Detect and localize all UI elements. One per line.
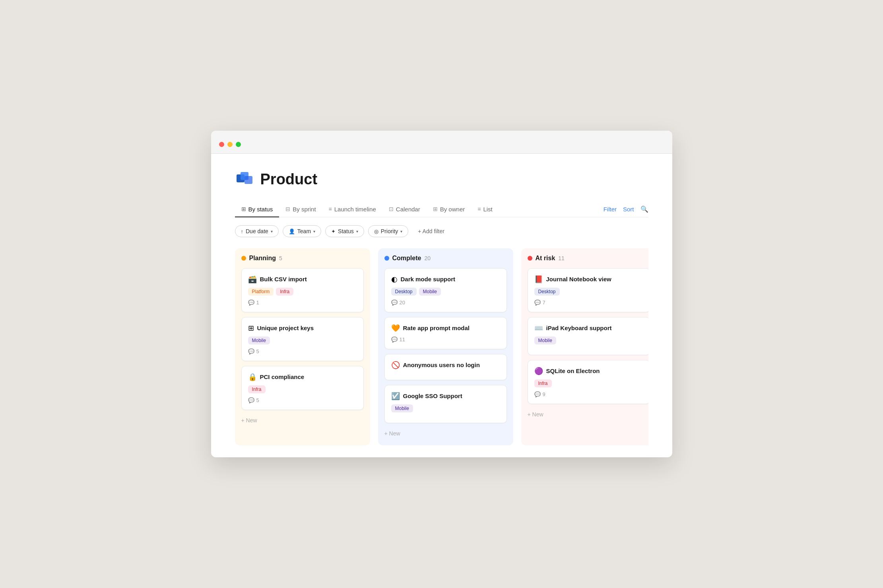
due-date-icon: ↑ [241, 228, 244, 234]
team-icon: 👤 [289, 228, 295, 234]
tab-by-status-label: By status [248, 206, 273, 213]
bulk-csv-icon: 🗃️ [248, 275, 257, 284]
card-pci-compliance-title: PCI compliance [260, 373, 305, 381]
tab-by-status[interactable]: ⊞ By status [235, 202, 279, 217]
card-anonymous-users-header: 🚫 Anonymous users no login [391, 361, 500, 369]
card-google-sso-title: Google SSO Support [403, 392, 462, 400]
tab-calendar[interactable]: ⊡ Calendar [382, 202, 427, 217]
tag-mobile-4[interactable]: Mobile [534, 337, 556, 344]
card-anonymous-users-title: Anonymous users no login [403, 361, 480, 369]
tab-list-label: List [483, 206, 492, 213]
filter-due-date[interactable]: ↑ Due date ▾ [235, 225, 279, 237]
status-chevron-icon: ▾ [356, 229, 358, 234]
tag-desktop[interactable]: Desktop [391, 288, 417, 296]
tab-actions: Filter Sort 🔍 [604, 201, 648, 217]
card-ipad-keyboard-tags: Mobile [534, 337, 643, 344]
tab-by-sprint[interactable]: ⊟ By sprint [279, 202, 322, 217]
planning-new-button[interactable]: + New [241, 415, 364, 426]
card-journal-notebook-tags: Desktop [534, 288, 643, 296]
column-complete: Complete 20 ◐ Dark mode support Desktop … [378, 248, 513, 445]
tag-platform[interactable]: Platform [248, 288, 274, 296]
filter-button[interactable]: Filter [604, 206, 617, 213]
column-planning: Planning 5 🗃️ Bulk CSV import Platform I… [235, 248, 370, 445]
tag-desktop-2[interactable]: Desktop [534, 288, 560, 296]
card-sqlite-electron[interactable]: 🟣 SQLite on Electron Infra 💬 9 [528, 360, 648, 404]
tab-by-owner[interactable]: ⊞ By owner [427, 202, 472, 217]
column-planning-count: 5 [279, 255, 282, 261]
card-rate-app[interactable]: 🧡 Rate app prompt modal 💬 11 [384, 317, 507, 349]
card-ipad-keyboard[interactable]: ⌨️ iPad Keyboard support Mobile [528, 317, 648, 355]
by-owner-icon: ⊞ [433, 206, 438, 212]
filter-priority[interactable]: ◎ Priority ▾ [368, 225, 409, 237]
sort-button[interactable]: Sort [623, 206, 634, 213]
main-content: Product ⊞ By status ⊟ By sprint ≡ Launch… [211, 154, 672, 457]
card-dark-mode[interactable]: ◐ Dark mode support Desktop Mobile 💬 20 [384, 268, 507, 312]
card-rate-app-meta: 💬 11 [391, 337, 500, 342]
journal-notebook-icon: 📕 [534, 275, 543, 284]
complete-dot-icon [384, 256, 389, 261]
filter-priority-label: Priority [381, 228, 398, 234]
card-sqlite-electron-title: SQLite on Electron [546, 367, 600, 375]
tag-infra-3[interactable]: Infra [534, 379, 552, 387]
list-icon: ≡ [477, 206, 481, 212]
traffic-light-yellow[interactable] [227, 142, 233, 147]
traffic-light-red[interactable] [219, 142, 224, 147]
card-bulk-csv-meta: 💬 1 [248, 300, 357, 306]
filter-status-label: Status [338, 228, 354, 234]
search-icon[interactable]: 🔍 [640, 205, 648, 213]
comment-icon-7: 💬 [534, 391, 541, 397]
pci-icon: 🔒 [248, 373, 257, 381]
calendar-icon: ⊡ [389, 206, 394, 212]
tag-mobile-3[interactable]: Mobile [391, 404, 413, 412]
app-window: Product ⊞ By status ⊟ By sprint ≡ Launch… [211, 131, 672, 457]
kanban-board: Planning 5 🗃️ Bulk CSV import Platform I… [235, 248, 648, 445]
card-bulk-csv-comments: 1 [256, 300, 259, 306]
tag-infra[interactable]: Infra [276, 288, 293, 296]
column-complete-header: Complete 20 [384, 255, 507, 262]
card-bulk-csv-header: 🗃️ Bulk CSV import [248, 275, 357, 284]
view-tabs: ⊞ By status ⊟ By sprint ≡ Launch timelin… [235, 201, 648, 217]
due-date-chevron-icon: ▾ [271, 229, 273, 234]
card-dark-mode-tags: Desktop Mobile [391, 288, 500, 296]
card-pci-compliance-header: 🔒 PCI compliance [248, 373, 357, 381]
filter-status[interactable]: ✦ Status ▾ [325, 225, 364, 237]
card-google-sso[interactable]: ☑️ Google SSO Support Mobile [384, 385, 507, 423]
anonymous-users-icon: 🚫 [391, 361, 400, 369]
window-chrome [211, 131, 672, 154]
google-sso-icon: ☑️ [391, 392, 400, 400]
card-bulk-csv[interactable]: 🗃️ Bulk CSV import Platform Infra 💬 1 [241, 268, 364, 312]
card-journal-notebook-meta: 💬 7 [534, 300, 643, 306]
traffic-light-green[interactable] [236, 142, 241, 147]
card-anonymous-users[interactable]: 🚫 Anonymous users no login [384, 354, 507, 380]
tab-launch-timeline[interactable]: ≡ Launch timeline [322, 202, 382, 217]
tag-infra-2[interactable]: Infra [248, 385, 266, 393]
add-filter-button[interactable]: + Add filter [412, 226, 450, 237]
card-dark-mode-comments: 20 [400, 300, 405, 306]
tag-mobile[interactable]: Mobile [248, 337, 270, 344]
filter-team[interactable]: 👤 Team ▾ [283, 225, 321, 237]
dark-mode-icon: ◐ [391, 275, 398, 284]
by-status-icon: ⊞ [241, 206, 246, 212]
column-planning-title: Planning [249, 255, 276, 262]
card-pci-compliance[interactable]: 🔒 PCI compliance Infra 💬 5 [241, 366, 364, 410]
filter-team-label: Team [297, 228, 311, 234]
column-at-risk-header: At risk 11 [528, 255, 648, 262]
tag-mobile-2[interactable]: Mobile [419, 288, 441, 296]
filters-row: ↑ Due date ▾ 👤 Team ▾ ✦ Status ▾ ◎ Prior… [235, 225, 648, 237]
complete-new-button[interactable]: + New [384, 428, 507, 439]
priority-chevron-icon: ▾ [400, 229, 402, 234]
card-unique-project-keys-tags: Mobile [248, 337, 357, 344]
card-rate-app-comments: 11 [400, 337, 405, 342]
comment-icon-2: 💬 [248, 348, 254, 354]
priority-icon: ◎ [374, 228, 378, 234]
card-sqlite-electron-header: 🟣 SQLite on Electron [534, 367, 643, 375]
card-sqlite-electron-comments: 9 [543, 391, 545, 397]
ipad-keyboard-icon: ⌨️ [534, 324, 543, 333]
card-journal-notebook[interactable]: 📕 Journal Notebook view Desktop 💬 7 [528, 268, 648, 312]
tab-list[interactable]: ≡ List [471, 202, 499, 217]
card-unique-project-keys[interactable]: ⊞ Unique project keys Mobile 💬 5 [241, 317, 364, 361]
at-risk-dot-icon [528, 256, 532, 261]
card-unique-project-keys-title: Unique project keys [257, 324, 314, 332]
at-risk-new-button[interactable]: + New [528, 409, 648, 420]
filter-due-date-label: Due date [246, 228, 268, 234]
